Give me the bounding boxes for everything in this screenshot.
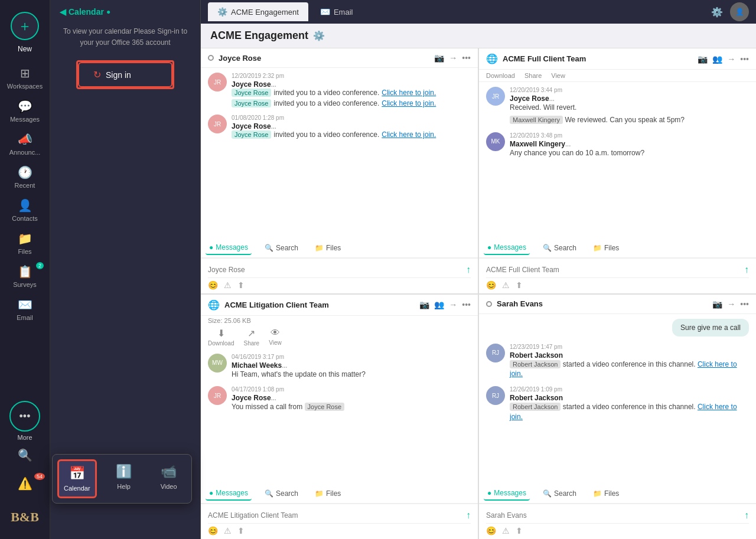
group-icon-acme: 🌐 bbox=[486, 53, 498, 64]
msg-author-rj1: Robert Jackson bbox=[510, 351, 749, 360]
download-btn-acme[interactable]: Download bbox=[486, 72, 515, 79]
attach-icon-sarah[interactable]: ⬆ bbox=[516, 526, 523, 535]
settings-gear-icon[interactable]: ⚙️ bbox=[711, 6, 723, 18]
video-icon-sarah[interactable]: 📷 bbox=[712, 299, 722, 309]
mention-tag-2[interactable]: Joyce Rose bbox=[232, 99, 271, 107]
attach-icon-lit[interactable]: ⬆ bbox=[237, 526, 245, 535]
tab-messages-jr[interactable]: ● Messages bbox=[206, 241, 252, 255]
tab-email[interactable]: ✉️ Email bbox=[311, 2, 363, 21]
share-btn-lit[interactable]: ↗ Share bbox=[243, 328, 259, 347]
chat-input-sarah[interactable] bbox=[486, 511, 739, 520]
tab-files-acme[interactable]: 📁 Files bbox=[589, 241, 623, 255]
top-tabs: ⚙️ ACME Engagement ✉️ Email ⚙️ 👤 bbox=[201, 0, 756, 24]
sidebar-item-recent[interactable]: 🕐 Recent bbox=[0, 161, 50, 194]
chat-input-acme[interactable] bbox=[486, 266, 739, 274]
tab-files-jr[interactable]: 📁 Files bbox=[311, 241, 344, 255]
rj-mention2[interactable]: Robert Jackson bbox=[510, 403, 561, 411]
video-icon-lit[interactable]: 📷 bbox=[419, 300, 429, 309]
tab-messages-lit[interactable]: ● Messages bbox=[206, 486, 252, 501]
sidebar-item-workspaces[interactable]: ⊞ Workspaces bbox=[0, 61, 50, 94]
sidebar-item-files[interactable]: 📁 Files bbox=[0, 227, 50, 260]
chat-grid: Joyce Rose 📷 → ••• JR 12/20/2019 2:32 pm… bbox=[201, 48, 756, 539]
more-options-icon[interactable]: ••• bbox=[462, 53, 471, 63]
tab-search-acme[interactable]: 🔍 Search bbox=[539, 241, 580, 255]
mention-tag-3[interactable]: Joyce Rose bbox=[232, 130, 271, 139]
members-icon-acme[interactable]: 👥 bbox=[712, 54, 722, 64]
sidebar-item-search[interactable]: 🔍 bbox=[0, 443, 50, 469]
more-circle-icon[interactable]: ••• bbox=[9, 401, 40, 432]
new-icon[interactable]: ＋ bbox=[11, 12, 39, 40]
warning-icon-acme[interactable]: ⚠ bbox=[502, 280, 510, 290]
joyce-mention-lit[interactable]: Joyce Rose bbox=[305, 403, 344, 411]
forward-icon-lit[interactable]: → bbox=[449, 300, 457, 309]
send-button-lit[interactable]: ↑ bbox=[466, 510, 471, 521]
click-here-link-3[interactable]: Click here to join. bbox=[382, 130, 436, 139]
attach-icon-acme[interactable]: ⬆ bbox=[516, 280, 523, 290]
sidebar-item-surveys[interactable]: 📋 Surveys 2 bbox=[0, 260, 50, 293]
tab-files-lit[interactable]: 📁 Files bbox=[311, 486, 344, 501]
acme-full-file-bar: Download Share View bbox=[479, 70, 756, 82]
tab-search-lit[interactable]: 🔍 Search bbox=[261, 486, 302, 501]
sign-in-button[interactable]: ↻ Sign in bbox=[78, 62, 172, 87]
sidebar-item-announcements[interactable]: 📣 Announc... bbox=[0, 128, 50, 161]
warning-icon-sarah[interactable]: ⚠ bbox=[502, 526, 510, 535]
send-button-jr[interactable]: ↑ bbox=[466, 264, 471, 275]
attach-icon-jr[interactable]: ⬆ bbox=[237, 280, 245, 290]
tab-search-jr[interactable]: 🔍 Search bbox=[261, 241, 302, 255]
send-button-acme[interactable]: ↑ bbox=[744, 264, 749, 275]
msg-text-3: Joyce Rose invited you to a video confer… bbox=[232, 130, 471, 139]
more-icon-acme[interactable]: ••• bbox=[740, 54, 749, 64]
send-button-sarah[interactable]: ↑ bbox=[744, 510, 749, 521]
msg-content-mw: 04/16/2019 3:17 pm Michael Weeks... Hi T… bbox=[232, 354, 471, 380]
tab-messages-acme[interactable]: ● Messages bbox=[484, 241, 530, 255]
more-icon-sarah[interactable]: ••• bbox=[740, 299, 749, 309]
emoji-icon-jr[interactable]: 😊 bbox=[208, 280, 218, 290]
click-here-link[interactable]: Click here to join. bbox=[382, 89, 436, 97]
click-here-link-2[interactable]: Click here to join. bbox=[382, 99, 436, 107]
emoji-icon-sarah[interactable]: 😊 bbox=[486, 526, 496, 535]
emoji-icon-acme[interactable]: 😊 bbox=[486, 280, 496, 290]
forward-icon[interactable]: → bbox=[449, 53, 457, 63]
table-row: MK 12/20/2019 3:48 pm Maxwell Kingery...… bbox=[486, 132, 749, 158]
joyce-rose-messages: JR 12/20/2019 2:32 pm Joyce Rose... Joyc… bbox=[201, 68, 478, 239]
tab-search-sarah[interactable]: 🔍 Search bbox=[539, 486, 580, 501]
more-label: More bbox=[17, 434, 32, 441]
new-button[interactable]: ＋ New bbox=[0, 6, 50, 59]
view-btn-acme[interactable]: View bbox=[551, 72, 565, 79]
tab-acme-engagement[interactable]: ⚙️ ACME Engagement bbox=[208, 2, 308, 21]
page-settings-icon[interactable]: ⚙️ bbox=[313, 30, 325, 41]
sidebar-item-messages[interactable]: 💬 Messages bbox=[0, 94, 50, 128]
view-btn-lit[interactable]: 👁 View bbox=[269, 328, 282, 346]
tab-files-sarah[interactable]: 📁 Files bbox=[589, 486, 623, 501]
chat-input-lit[interactable] bbox=[208, 511, 461, 520]
more-button[interactable]: ••• More bbox=[9, 401, 40, 441]
msg-time-rj1: 12/23/2019 1:47 pm bbox=[510, 344, 562, 350]
msg-content-acme1: 12/20/2019 3:44 pm Joyce Rose... Receive… bbox=[510, 87, 749, 125]
table-row: RJ 12/26/2019 1:09 pm Robert Jackson Rob… bbox=[486, 386, 749, 422]
video-call-icon[interactable]: 📷 bbox=[434, 53, 444, 63]
sidebar-item-alerts[interactable]: ⚠️ 54 bbox=[0, 472, 50, 498]
user-avatar[interactable]: 👤 bbox=[730, 2, 749, 21]
acme-lit-name: ACME Litigation Client Team bbox=[224, 300, 415, 309]
forward-icon-acme[interactable]: → bbox=[727, 54, 735, 64]
share-btn-acme[interactable]: Share bbox=[524, 72, 542, 79]
emoji-icon-lit[interactable]: 😊 bbox=[208, 526, 218, 535]
sidebar-item-contacts[interactable]: 👤 Contacts bbox=[0, 194, 50, 227]
members-icon-lit[interactable]: 👥 bbox=[434, 300, 444, 309]
more-icon-lit[interactable]: ••• bbox=[462, 300, 471, 309]
tab-messages-sarah[interactable]: ● Messages bbox=[484, 486, 530, 501]
warning-icon-lit[interactable]: ⚠ bbox=[224, 526, 232, 535]
ctx-calendar[interactable]: 📅 Calendar bbox=[57, 459, 97, 498]
warning-icon-jr[interactable]: ⚠ bbox=[224, 280, 232, 290]
download-btn-lit[interactable]: ⬇ Download bbox=[208, 328, 234, 347]
mention-tag[interactable]: Joyce Rose bbox=[232, 89, 271, 97]
maxwell-mention[interactable]: Maxwell Kingery bbox=[510, 116, 563, 124]
forward-icon-sarah[interactable]: → bbox=[727, 299, 735, 309]
ctx-help[interactable]: ℹ️ Help bbox=[106, 459, 142, 498]
rj-mention1[interactable]: Robert Jackson bbox=[510, 360, 561, 368]
ctx-video[interactable]: 📹 Video bbox=[151, 459, 187, 498]
video-icon-acme[interactable]: 📷 bbox=[698, 54, 708, 64]
sidebar-item-email[interactable]: ✉️ Email bbox=[0, 293, 50, 326]
back-button[interactable]: ◀ Calendar ● bbox=[57, 7, 193, 17]
chat-input-jr[interactable] bbox=[208, 266, 461, 274]
